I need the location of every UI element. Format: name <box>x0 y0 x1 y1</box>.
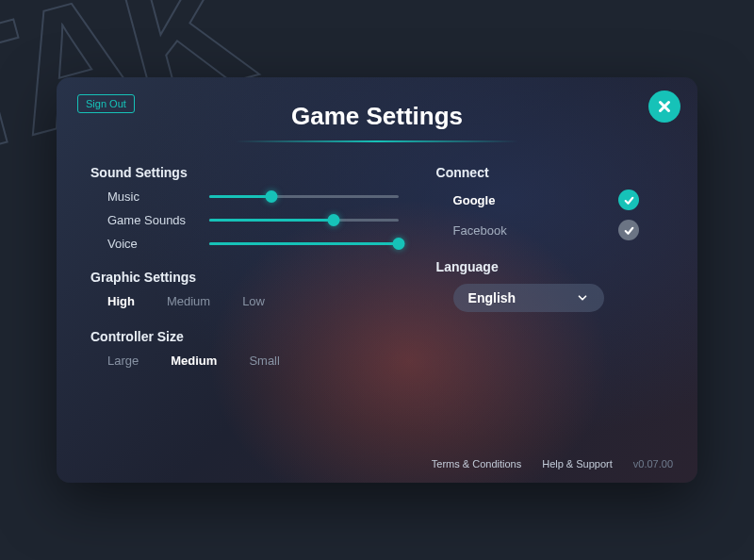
slider-row-game-sounds: Game Sounds <box>90 213 399 227</box>
connect-toggle-facebook[interactable] <box>618 220 639 240</box>
slider-voice[interactable] <box>209 238 399 251</box>
version-label: v0.07.00 <box>633 458 673 469</box>
title-divider <box>236 140 518 142</box>
connect-label: Google <box>453 193 496 207</box>
controller-option-small[interactable]: Small <box>249 354 280 368</box>
language-heading: Language <box>436 259 664 274</box>
check-icon <box>623 224 635 237</box>
controller-heading: Controller Size <box>90 329 399 344</box>
chevron-down-icon <box>576 291 589 305</box>
connect-row-facebook: Facebook <box>436 220 664 240</box>
slider-label: Music <box>107 189 209 204</box>
language-selected: English <box>468 290 516 305</box>
slider-game-sounds[interactable] <box>209 214 399 227</box>
graphic-option-medium[interactable]: Medium <box>167 294 210 308</box>
graphic-heading: Graphic Settings <box>90 270 399 285</box>
help-link[interactable]: Help & Support <box>542 458 613 469</box>
close-button[interactable] <box>648 91 680 123</box>
connect-row-google: Google <box>436 189 664 210</box>
controller-option-medium[interactable]: Medium <box>171 354 217 368</box>
connect-toggle-google[interactable] <box>618 189 639 210</box>
close-icon <box>656 98 673 115</box>
connect-heading: Connect <box>436 165 664 180</box>
slider-label: Game Sounds <box>107 213 209 227</box>
connect-label: Facebook <box>453 223 507 238</box>
page-title: Game Settings <box>85 102 669 131</box>
controller-option-large[interactable]: Large <box>107 354 139 368</box>
slider-label: Voice <box>107 237 209 251</box>
check-icon <box>623 194 635 206</box>
graphic-option-low[interactable]: Low <box>242 294 265 308</box>
language-select[interactable]: English <box>453 284 604 312</box>
slider-row-voice: Voice <box>90 237 399 251</box>
terms-link[interactable]: Terms & Conditions <box>432 458 521 469</box>
slider-row-music: Music <box>90 189 399 204</box>
footer: Terms & Conditions Help & Support v0.07.… <box>432 458 673 469</box>
sound-heading: Sound Settings <box>90 165 399 180</box>
sign-out-button[interactable]: Sign Out <box>77 94 135 113</box>
graphic-option-high[interactable]: High <box>107 294 135 308</box>
slider-thumb[interactable] <box>266 190 278 203</box>
slider-music[interactable] <box>209 190 399 204</box>
slider-thumb[interactable] <box>392 238 404 250</box>
slider-thumb[interactable] <box>328 214 340 226</box>
settings-panel: Sign Out Game Settings Sound Settings Mu… <box>57 77 697 483</box>
